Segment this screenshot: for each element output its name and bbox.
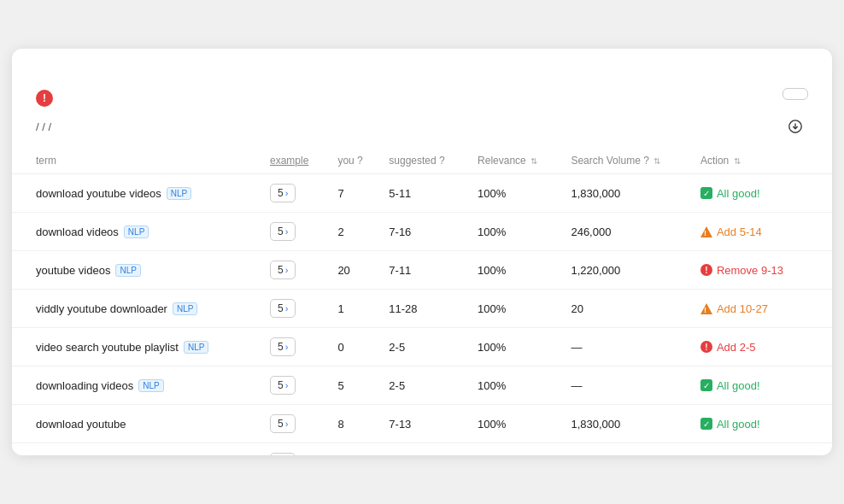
cell-search-volume: —: [562, 328, 692, 366]
action-content: ✓All good!: [700, 379, 808, 392]
example-value: 5: [278, 302, 284, 314]
arrow-right-icon: ›: [285, 226, 289, 237]
cell-relevance: 100%: [469, 290, 562, 328]
cell-term: download youtube: [12, 405, 261, 443]
table-row: download youtube5 ›87-13100%1,830,000✓Al…: [12, 405, 832, 443]
example-button[interactable]: 5 ›: [270, 222, 296, 241]
main-card: / / / term example you ? sugges: [12, 49, 832, 455]
cell-search-volume: —: [562, 366, 692, 405]
cell-action: !Add 2-5: [692, 328, 832, 366]
example-button[interactable]: 5 ›: [270, 376, 296, 395]
cell-search-volume: 12,100: [562, 443, 692, 456]
cell-suggested: 11-28: [380, 290, 469, 328]
term-text: video search youtube playlist: [36, 341, 179, 354]
cell-relevance: 100%: [469, 213, 562, 251]
table-row: viddly youtube downloaderNLP5 ›111-28100…: [12, 290, 832, 328]
cell-term: downloading videosNLP: [12, 366, 261, 405]
table-row: download videosNLP5 ›27-16100%246,000Add…: [12, 213, 832, 251]
cell-you: 5: [329, 366, 380, 405]
table-row: downloading videosNLP5 ›52-5100%—✓All go…: [12, 366, 832, 405]
cell-example[interactable]: 5 ›: [261, 174, 329, 213]
hide-details-button[interactable]: [782, 88, 808, 100]
cell-you: 0: [329, 328, 380, 366]
action-text: All good!: [717, 379, 760, 392]
cell-relevance: 100%: [469, 251, 562, 290]
term-cell: download videosNLP: [36, 226, 253, 238]
cell-example[interactable]: 5 ›: [261, 213, 329, 251]
term-cell: youtube videosNLP: [36, 264, 253, 277]
action-content: Add 10-27: [700, 302, 808, 315]
arrow-right-icon: ›: [285, 342, 289, 352]
term-text: viddly youtube downloader: [36, 302, 167, 315]
example-value: 5: [278, 264, 284, 276]
term-text: downloading videos: [36, 379, 133, 392]
col-header-suggested: suggested ?: [380, 148, 469, 174]
example-value: 5: [278, 418, 284, 430]
example-button[interactable]: 5 ›: [270, 337, 296, 356]
table-row: download youtube videosNLP5 ›75-11100%1,…: [12, 174, 832, 213]
cell-action: !Add 4-6: [692, 443, 832, 456]
example-value: 5: [278, 341, 284, 353]
cell-you: 0: [329, 443, 380, 456]
cell-term: youtube playlistNLP: [12, 443, 261, 456]
nlp-badge: NLP: [138, 379, 163, 392]
table-body: download youtube videosNLP5 ›75-11100%1,…: [12, 174, 832, 456]
terms-table: term example you ? suggested ? Relevance…: [12, 148, 832, 455]
cell-action: ✓All good!: [692, 366, 832, 405]
cell-term: download youtube videosNLP: [12, 174, 261, 213]
term-text: download youtube videos: [36, 187, 161, 200]
cell-you: 1: [329, 290, 380, 328]
col-header-term: term: [12, 148, 261, 174]
warn-icon: [700, 226, 712, 237]
cell-example[interactable]: 5 ›: [261, 251, 329, 290]
cell-search-volume: 1,830,000: [562, 174, 692, 213]
action-content: ✓All good!: [700, 418, 808, 431]
cell-suggested: 2-5: [380, 328, 469, 366]
col-header-search-volume[interactable]: Search Volume ? ⇅: [562, 148, 692, 174]
term-cell: download youtube videosNLP: [36, 187, 253, 200]
cell-relevance: 100%: [469, 174, 562, 213]
nlp-badge: NLP: [184, 341, 208, 354]
table-header-row: term example you ? suggested ? Relevance…: [12, 148, 832, 174]
col-header-action[interactable]: Action ⇅: [692, 148, 832, 174]
example-button[interactable]: 5 ›: [270, 299, 296, 318]
cell-term: download videosNLP: [12, 213, 261, 251]
table-row: youtube playlistNLP5 ›04-6100%12,100!Add…: [12, 443, 832, 456]
cell-example[interactable]: 5 ›: [261, 366, 329, 405]
cell-example[interactable]: 5 ›: [261, 290, 329, 328]
example-button[interactable]: 5 ›: [270, 453, 296, 455]
export-button[interactable]: [788, 119, 808, 134]
cell-action: Add 10-27: [692, 290, 832, 328]
example-button[interactable]: 5 ›: [270, 184, 296, 202]
action-text: Add 5-14: [717, 226, 762, 238]
nlp-badge: NLP: [124, 226, 149, 238]
cell-example[interactable]: 5 ›: [261, 405, 329, 443]
term-cell: viddly youtube downloaderNLP: [36, 302, 253, 315]
cell-you: 8: [329, 405, 380, 443]
cell-term: youtube videosNLP: [12, 251, 261, 290]
cell-example[interactable]: 5 ›: [261, 328, 329, 366]
action-content: Add 5-14: [700, 226, 808, 238]
example-button[interactable]: 5 ›: [270, 261, 296, 279]
check-icon: ✓: [700, 418, 712, 430]
check-icon: ✓: [700, 187, 712, 199]
cell-suggested: 5-11: [380, 174, 469, 213]
table-row: video search youtube playlistNLP5 ›02-51…: [12, 328, 832, 366]
cell-action: !Remove 9-13: [692, 251, 832, 290]
term-cell: download youtube: [36, 418, 253, 431]
example-button[interactable]: 5 ›: [270, 414, 296, 433]
cell-suggested: 7-11: [380, 251, 469, 290]
filter-row: / / /: [36, 119, 808, 134]
arrow-right-icon: ›: [285, 380, 289, 390]
example-value: 5: [278, 226, 284, 237]
term-cell: downloading videosNLP: [36, 379, 253, 392]
filter-separator-3: /: [48, 120, 51, 133]
cell-action: ✓All good!: [692, 174, 832, 213]
col-header-example: example: [261, 148, 329, 174]
cell-relevance: 100%: [469, 443, 562, 456]
action-text: All good!: [717, 187, 760, 200]
arrow-right-icon: ›: [285, 303, 289, 314]
example-value: 5: [278, 379, 284, 391]
col-header-relevance[interactable]: Relevance ⇅: [469, 148, 562, 174]
cell-example[interactable]: 5 ›: [261, 443, 329, 456]
